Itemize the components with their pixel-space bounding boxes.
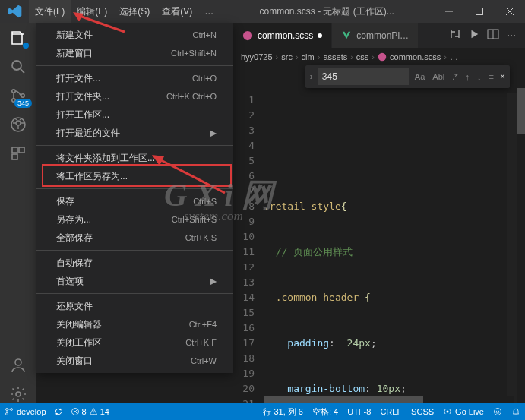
status-eol[interactable]: CRLF — [380, 407, 402, 416]
activity-explorer-icon[interactable] — [9, 29, 27, 47]
menu-separator — [36, 250, 233, 251]
menu-more[interactable]: … — [198, 0, 220, 23]
find-input[interactable] — [318, 68, 409, 85]
explorer-badge — [23, 43, 29, 49]
status-bell-icon[interactable] — [511, 407, 520, 416]
tab-actions: ⋯ — [441, 23, 525, 48]
menu-item-open-file[interactable]: 打开文件...Ctrl+O — [36, 69, 233, 87]
find-regex-button[interactable]: .* — [451, 72, 459, 81]
window-close-button[interactable] — [495, 0, 525, 23]
activity-settings-icon[interactable] — [9, 385, 27, 403]
scss-file-icon — [378, 52, 387, 62]
line-gutter: 12345678910111213141516171819202122 — [233, 93, 264, 403]
svg-point-16 — [378, 53, 387, 62]
horizontal-scrollbar[interactable] — [264, 396, 514, 403]
menu-selection[interactable]: 选择(S) — [113, 0, 156, 23]
scrollbar-thumb[interactable] — [517, 88, 525, 134]
split-editor-icon[interactable] — [487, 28, 499, 43]
status-branch[interactable]: develop — [5, 407, 46, 416]
menu-item-new-window[interactable]: 新建窗口Ctrl+Shift+N — [36, 44, 233, 62]
status-feedback-icon[interactable] — [493, 407, 502, 416]
find-close-button[interactable]: × — [500, 71, 505, 82]
menu-view[interactable]: 查看(V) — [156, 0, 198, 23]
svg-rect-8 — [19, 147, 24, 153]
menu-separator — [36, 188, 233, 189]
error-icon — [71, 407, 80, 416]
compare-changes-icon[interactable] — [449, 28, 461, 43]
scm-badge: 345 — [14, 99, 32, 108]
activity-scm-icon[interactable]: 345 — [9, 87, 27, 105]
warning-icon — [89, 407, 98, 416]
title-bar: 文件(F) 编辑(E) 选择(S) 查看(V) … common.scss - … — [0, 0, 525, 23]
tab-commonpi[interactable]: commonPi… — [332, 23, 419, 48]
svg-point-17 — [6, 409, 8, 411]
broadcast-icon — [443, 407, 452, 416]
svg-point-21 — [447, 411, 449, 413]
status-lncol[interactable]: 行 31, 列 6 — [263, 406, 303, 418]
menu-separator — [36, 145, 233, 146]
svg-point-1 — [12, 61, 21, 70]
scrollbar-thumb[interactable] — [264, 396, 423, 403]
breadcrumb[interactable]: hyy0725› src› cim› assets› css› common.s… — [233, 49, 525, 65]
svg-point-23 — [496, 411, 497, 412]
menu-item-save-workspace-as[interactable]: 将工作区另存为... — [36, 167, 233, 185]
run-icon[interactable] — [469, 29, 479, 42]
find-selection-button[interactable]: ≡ — [488, 72, 495, 81]
menu-item-save-as[interactable]: 另存为...Ctrl+Shift+S — [36, 210, 233, 229]
activity-debug-icon[interactable] — [9, 115, 27, 134]
status-lang[interactable]: SCSS — [411, 407, 434, 416]
status-encoding[interactable]: UTF-8 — [347, 407, 371, 416]
chevron-right-icon: ▶ — [210, 276, 217, 286]
vue-file-icon — [341, 30, 352, 41]
menu-item-preferences[interactable]: 首选项▶ — [36, 272, 233, 290]
find-expand-icon[interactable]: › — [310, 71, 313, 82]
find-match-word-button[interactable]: Abl — [431, 72, 446, 81]
editor-tabs: common.scss commonPi… ⋯ — [233, 23, 525, 49]
svg-point-18 — [6, 413, 8, 415]
menu-item-close-workspace[interactable]: 关闭工作区Ctrl+K F — [36, 333, 233, 352]
svg-point-22 — [495, 409, 501, 415]
find-next-button[interactable]: ↓ — [476, 72, 483, 81]
minimap[interactable] — [507, 93, 517, 403]
sync-icon — [54, 407, 63, 416]
editor-area: common.scss commonPi… ⋯ hyy0725› src› ci… — [233, 23, 525, 403]
svg-point-4 — [21, 94, 24, 97]
menu-item-new-file[interactable]: 新建文件Ctrl+N — [36, 26, 233, 44]
svg-point-6 — [16, 121, 21, 125]
status-problems[interactable]: 8 14 — [71, 407, 109, 416]
menu-item-auto-save[interactable]: 自动保存 — [36, 254, 233, 272]
modified-dot-icon — [318, 33, 322, 38]
menu-file[interactable]: 文件(F) — [29, 0, 71, 23]
find-match-case-button[interactable]: Aa — [413, 72, 426, 81]
svg-rect-9 — [12, 154, 17, 159]
activity-extensions-icon[interactable] — [9, 144, 27, 163]
window-minimize-button[interactable] — [434, 0, 464, 23]
activity-account-icon[interactable] — [9, 356, 27, 374]
menu-item-close-window[interactable]: 关闭窗口Ctrl+W — [36, 352, 233, 370]
menu-item-revert-file[interactable]: 还原文件 — [36, 297, 233, 315]
more-actions-icon[interactable]: ⋯ — [507, 30, 517, 41]
status-bar: develop 8 14 行 31, 列 6 空格: 4 UTF-8 CRLF … — [0, 403, 525, 420]
status-sync[interactable] — [54, 407, 63, 416]
svg-point-10 — [15, 359, 21, 365]
menu-item-open-workspace[interactable]: 打开工作区... — [36, 106, 233, 124]
find-prev-button[interactable]: ↑ — [464, 72, 472, 81]
menu-item-save-all[interactable]: 全部保存Ctrl+K S — [36, 229, 233, 247]
menu-edit[interactable]: 编辑(E) — [71, 0, 113, 23]
menu-item-save[interactable]: 保存Ctrl+S — [36, 192, 233, 210]
menu-item-open-recent[interactable]: 打开最近的文件▶ — [36, 124, 233, 142]
window-maximize-button[interactable] — [464, 0, 495, 23]
window-controls — [434, 0, 525, 23]
status-spaces[interactable]: 空格: 4 — [312, 406, 338, 418]
menu-item-open-folder[interactable]: 打开文件夹...Ctrl+K Ctrl+O — [36, 87, 233, 106]
svg-point-24 — [498, 411, 499, 412]
vertical-scrollbar[interactable] — [517, 65, 525, 403]
code-editor[interactable]: 12345678910111213141516171819202122 .ret… — [233, 93, 525, 403]
activity-search-icon[interactable] — [9, 58, 27, 76]
status-golive[interactable]: Go Live — [443, 407, 484, 416]
svg-point-14 — [243, 30, 252, 39]
tab-common-scss[interactable]: common.scss — [233, 23, 332, 48]
svg-point-19 — [11, 409, 13, 411]
menu-item-add-folder-to-workspace[interactable]: 将文件夹添加到工作区... — [36, 149, 233, 167]
menu-item-close-editor[interactable]: 关闭编辑器Ctrl+F4 — [36, 315, 233, 333]
